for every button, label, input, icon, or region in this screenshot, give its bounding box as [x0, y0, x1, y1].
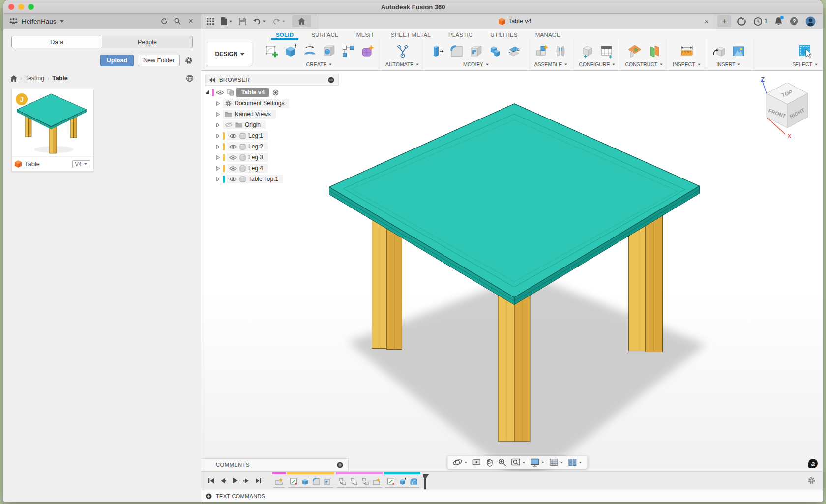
- group-label-configure[interactable]: CONFIGURE: [579, 61, 616, 69]
- group-label-insert[interactable]: INSERT: [716, 61, 741, 69]
- collapse-all-icon[interactable]: [328, 77, 334, 83]
- browser-row-leg4[interactable]: Leg:4: [216, 163, 339, 174]
- construction-plane-icon[interactable]: [626, 42, 644, 60]
- viewports-icon[interactable]: [568, 458, 582, 466]
- timeline-feature-sketch-icon[interactable]: [385, 476, 397, 488]
- timeline-feature-copy-component-icon[interactable]: [337, 476, 348, 488]
- timeline-skip-end-button[interactable]: [255, 478, 262, 484]
- timeline-step-forward-button[interactable]: [243, 478, 250, 484]
- ribbon-tab-plastic[interactable]: PLASTIC: [448, 32, 472, 39]
- viewport-3d[interactable]: BROWSER Table v4: [201, 71, 823, 471]
- group-label-automate[interactable]: AUTOMATE: [385, 61, 419, 69]
- app-grid-icon[interactable]: [207, 18, 214, 25]
- expand-text-commands-icon[interactable]: [206, 493, 212, 499]
- file-menu-icon[interactable]: [221, 17, 233, 25]
- browser-row-leg2[interactable]: Leg:2: [216, 141, 339, 152]
- configuration-table-icon[interactable]: [598, 42, 616, 60]
- ribbon-tab-solid[interactable]: SOLID: [276, 32, 294, 39]
- timeline-feature-fillet-icon[interactable]: [408, 476, 419, 488]
- disclosure-icon[interactable]: [216, 177, 220, 181]
- visibility-eye-icon[interactable]: [229, 144, 237, 149]
- browser-root-row[interactable]: Table v4: [205, 87, 339, 98]
- group-label-construct[interactable]: CONSTRUCT: [625, 61, 663, 69]
- panel-settings-gear-icon[interactable]: [184, 56, 194, 65]
- timeline-feature-copy-component-icon[interactable]: [359, 476, 371, 488]
- refresh-icon[interactable]: [159, 16, 169, 26]
- visibility-eye-icon[interactable]: [229, 166, 237, 171]
- version-dropdown[interactable]: V4: [72, 160, 90, 168]
- extensions-icon[interactable]: [737, 17, 746, 26]
- home-view-button[interactable]: [292, 15, 311, 27]
- shell-icon[interactable]: [467, 42, 485, 60]
- timeline-feature-copy-component-icon[interactable]: [348, 476, 359, 488]
- new-component-icon[interactable]: [532, 42, 550, 60]
- new-document-tab-button[interactable]: +: [717, 15, 731, 27]
- comments-bar[interactable]: COMMENTS: [201, 458, 349, 471]
- joint-icon[interactable]: [552, 42, 569, 60]
- disclosure-icon[interactable]: [216, 112, 220, 117]
- tab-data[interactable]: Data: [12, 36, 102, 48]
- undo-icon[interactable]: [253, 18, 266, 25]
- browser-row-named-views[interactable]: Named Views: [216, 109, 339, 119]
- zoom-icon[interactable]: [498, 458, 506, 467]
- group-label-select[interactable]: SELECT: [792, 61, 818, 69]
- measure-icon[interactable]: [678, 42, 696, 60]
- expanded-disclosure-icon[interactable]: [205, 90, 209, 95]
- group-label-create[interactable]: CREATE: [306, 61, 333, 69]
- browser-header[interactable]: BROWSER: [205, 74, 339, 86]
- browser-row-leg3[interactable]: Leg:3: [216, 152, 339, 163]
- group-label-assemble[interactable]: ASSEMBLE: [534, 61, 568, 69]
- timeline-feature-extrude-icon[interactable]: [299, 476, 311, 488]
- create-sketch-icon[interactable]: [263, 42, 280, 60]
- offset-plane-icon[interactable]: [645, 42, 663, 60]
- disclosure-icon[interactable]: [216, 145, 220, 149]
- split-body-icon[interactable]: [505, 42, 523, 60]
- disclosure-icon[interactable]: [216, 101, 220, 106]
- timeline-feature-sketch-icon[interactable]: [288, 476, 299, 488]
- save-icon[interactable]: [239, 18, 246, 25]
- select-icon[interactable]: [796, 42, 814, 60]
- notifications-bell-icon[interactable]: [774, 17, 783, 26]
- timeline-feature-component-icon[interactable]: [371, 476, 382, 488]
- press-pull-icon[interactable]: [429, 42, 446, 60]
- disclosure-icon[interactable]: [216, 123, 220, 127]
- view-cube[interactable]: TOP FRONT RIGHT Z X: [757, 76, 815, 140]
- search-icon[interactable]: [173, 16, 182, 26]
- ribbon-tab-sheet-metal[interactable]: SHEET METAL: [391, 32, 431, 39]
- document-tab[interactable]: Table v4: [316, 18, 713, 25]
- new-folder-button[interactable]: New Folder: [138, 55, 180, 66]
- globe-icon[interactable]: [186, 74, 194, 82]
- group-label-inspect[interactable]: INSPECT: [673, 61, 701, 69]
- visibility-eye-icon[interactable]: [216, 90, 224, 95]
- visibility-eye-icon[interactable]: [229, 177, 237, 182]
- breadcrumb-testing[interactable]: Testing: [25, 75, 45, 82]
- insert-derive-icon[interactable]: [710, 42, 728, 60]
- workspace-selector[interactable]: DESIGN: [207, 42, 252, 66]
- timeline-step-back-button[interactable]: [220, 478, 226, 484]
- visibility-eye-icon[interactable]: [229, 133, 237, 139]
- table-leg-front[interactable]: [498, 287, 530, 441]
- collapse-panel-icon[interactable]: [209, 78, 215, 82]
- disclosure-icon[interactable]: [216, 166, 220, 171]
- disclosure-icon[interactable]: [216, 155, 220, 160]
- group-label-modify[interactable]: MODIFY: [463, 61, 489, 69]
- fit-view-icon[interactable]: [511, 458, 526, 467]
- timeline-feature-extrude-icon[interactable]: [397, 476, 408, 488]
- timeline-feature-fillet-icon[interactable]: [311, 476, 322, 488]
- browser-row-document-settings[interactable]: Document Settings: [216, 98, 339, 109]
- timeline-playhead[interactable]: [422, 474, 429, 489]
- add-comment-icon[interactable]: [337, 462, 343, 468]
- timeline-feature-shell-icon[interactable]: [322, 476, 333, 488]
- ribbon-tab-utilities[interactable]: UTILITIES: [490, 32, 517, 39]
- help-icon[interactable]: ?: [790, 17, 798, 26]
- job-status[interactable]: 1: [753, 17, 767, 26]
- fillet-icon[interactable]: [448, 42, 466, 60]
- browser-row-table-top[interactable]: Table Top:1: [216, 174, 339, 184]
- text-commands-bar[interactable]: TEXT COMMANDS: [201, 490, 823, 502]
- redo-icon[interactable]: [272, 18, 286, 25]
- visibility-eye-icon[interactable]: [229, 155, 237, 160]
- revolve-icon[interactable]: [301, 42, 319, 60]
- display-settings-icon[interactable]: [530, 458, 545, 467]
- tab-people[interactable]: People: [102, 36, 192, 48]
- pan-icon[interactable]: [485, 458, 493, 467]
